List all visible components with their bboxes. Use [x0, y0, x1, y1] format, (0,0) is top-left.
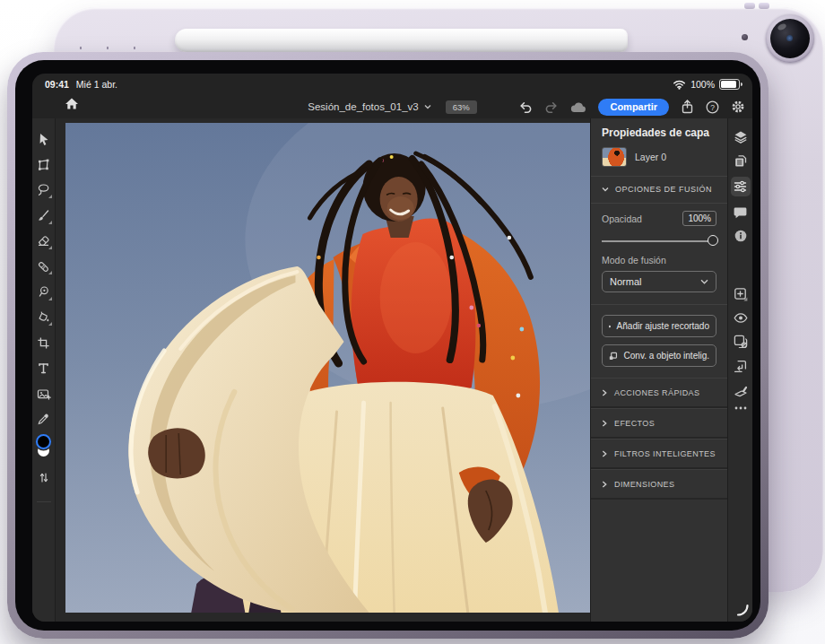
section-label: FILTROS INTELIGENTES — [614, 449, 716, 458]
clear-layer-button[interactable] — [734, 385, 748, 397]
layer-properties-button[interactable] — [734, 154, 748, 168]
slider-handle[interactable] — [708, 235, 718, 246]
marketing-scene: 09:41 Mié 1 abr. 100% — [0, 0, 825, 644]
more-button[interactable] — [734, 406, 747, 410]
export-icon[interactable] — [681, 100, 694, 114]
subtool-indicator — [48, 271, 52, 274]
divider — [591, 203, 727, 204]
layers-icon — [734, 130, 748, 144]
toolbar-divider — [37, 501, 51, 502]
move-icon — [38, 133, 50, 146]
canvas-area[interactable] — [56, 118, 590, 622]
tool-crop[interactable] — [32, 330, 55, 355]
document-photo[interactable] — [65, 123, 590, 613]
panel-sections: ACCIONES RÁPIDAS EFECTOS FILTROS INTELIG… — [591, 378, 727, 500]
blend-mode-label: Modo de fusión — [602, 255, 716, 265]
layer-thumbnail[interactable] — [602, 147, 627, 167]
comment-icon — [734, 206, 747, 219]
crop-icon — [37, 336, 50, 350]
volume-button — [744, 3, 755, 9]
section-label: DIMENSIONES — [614, 480, 674, 489]
section-effects[interactable]: EFECTOS — [591, 408, 727, 439]
layers-button[interactable] — [734, 130, 748, 144]
rear-camera — [766, 14, 814, 63]
chevron-right-icon — [602, 481, 607, 488]
ipad-screen: 09:41 Mié 1 abr. 100% — [32, 74, 752, 622]
settings-icon[interactable] — [731, 100, 745, 114]
document-title[interactable]: Sesión_de_fotos_01_v3 — [308, 101, 418, 112]
add-layer-icon — [734, 287, 748, 301]
layer-mask-icon — [734, 335, 748, 348]
opacity-label: Opacidad — [602, 213, 642, 224]
zoom-level-badge[interactable]: 63% — [446, 100, 477, 114]
redo-icon[interactable] — [544, 100, 559, 113]
volume-button — [759, 3, 769, 9]
add-clipped-adjustment-button[interactable]: Añadir ajuste recortado — [602, 315, 716, 337]
swap-colors[interactable] — [32, 466, 55, 491]
add-clipped-adjustment-label: Añadir ajuste recortado — [617, 321, 709, 331]
slider-track[interactable] — [602, 240, 713, 242]
share-button[interactable]: Compartir — [598, 99, 669, 116]
convert-smart-object-button[interactable]: Conv. a objeto intelig. — [602, 344, 716, 367]
more-icon — [734, 406, 747, 410]
add-layer-button[interactable] — [734, 287, 748, 301]
battery-icon — [719, 79, 740, 90]
section-label: EFECTOS — [614, 419, 655, 428]
cloud-sync-icon[interactable] — [570, 101, 586, 113]
tool-move[interactable] — [32, 126, 55, 152]
layer-row[interactable]: Layer 0 — [602, 147, 716, 167]
blend-options-label: OPCIONES DE FUSIÓN — [615, 185, 712, 194]
type-icon — [37, 361, 50, 375]
status-bar: 09:41 Mié 1 abr. 100% — [32, 74, 752, 95]
tool-fill[interactable] — [32, 305, 55, 330]
subtool-indicator — [48, 221, 52, 224]
help-icon[interactable]: ? — [706, 100, 719, 114]
info-button[interactable] — [734, 230, 747, 242]
blend-options-header[interactable]: OPCIONES DE FUSIÓN — [602, 185, 716, 194]
tool-clone-stamp[interactable] — [32, 279, 55, 304]
section-dimensions[interactable]: DIMENSIONES — [591, 469, 727, 500]
smart-object-icon — [609, 351, 618, 361]
tool-transform[interactable] — [32, 152, 55, 177]
opacity-slider[interactable] — [602, 235, 716, 247]
color-swatches[interactable] — [38, 436, 49, 457]
section-quick-actions[interactable]: ACCIONES RÁPIDAS — [591, 378, 727, 408]
clip-mask-button[interactable] — [734, 360, 747, 373]
tool-eyedropper[interactable] — [32, 406, 55, 431]
layer-name[interactable]: Layer 0 — [635, 152, 666, 162]
svg-text:?: ? — [710, 102, 715, 111]
status-time: 09:41 — [45, 79, 69, 90]
tool-place-photo[interactable] — [32, 381, 55, 406]
eye-icon — [734, 313, 748, 323]
chevron-down-icon — [700, 279, 708, 284]
tool-brush[interactable] — [32, 203, 55, 228]
blend-mode-dropdown[interactable]: Normal — [602, 271, 716, 292]
adjustments-button-selected[interactable] — [731, 177, 751, 196]
transform-icon — [37, 158, 50, 171]
chevron-right-icon — [602, 450, 607, 457]
mic-dot — [742, 34, 748, 40]
camera-lens — [770, 19, 810, 58]
app-toolbar: Sesión_de_fotos_01_v3 63% — [32, 95, 752, 118]
visibility-button[interactable] — [734, 313, 748, 323]
ipad-device: 09:41 Mié 1 abr. 100% — [7, 52, 769, 639]
section-smart-filters[interactable]: FILTROS INTELIGENTES — [591, 439, 727, 469]
divider — [591, 304, 727, 305]
tool-eraser[interactable] — [32, 229, 55, 254]
subtool-indicator — [48, 246, 52, 249]
undo-icon[interactable] — [518, 100, 533, 113]
layer-mask-button[interactable] — [734, 335, 748, 348]
tool-healing-brush[interactable] — [32, 254, 55, 279]
chevron-down-icon — [602, 187, 609, 192]
place-photo-icon — [37, 387, 51, 401]
tool-lasso[interactable] — [32, 178, 55, 203]
chevron-down-icon — [424, 104, 431, 109]
comments-button[interactable] — [734, 206, 747, 219]
opacity-value[interactable]: 100% — [682, 211, 716, 226]
adjustment-icon — [609, 321, 611, 332]
foreground-color-swatch[interactable] — [38, 436, 49, 448]
tool-type[interactable] — [32, 356, 55, 381]
convert-smart-object-label: Conv. a objeto intelig. — [624, 351, 709, 361]
clip-mask-icon — [734, 360, 747, 373]
apple-pencil — [175, 29, 628, 52]
